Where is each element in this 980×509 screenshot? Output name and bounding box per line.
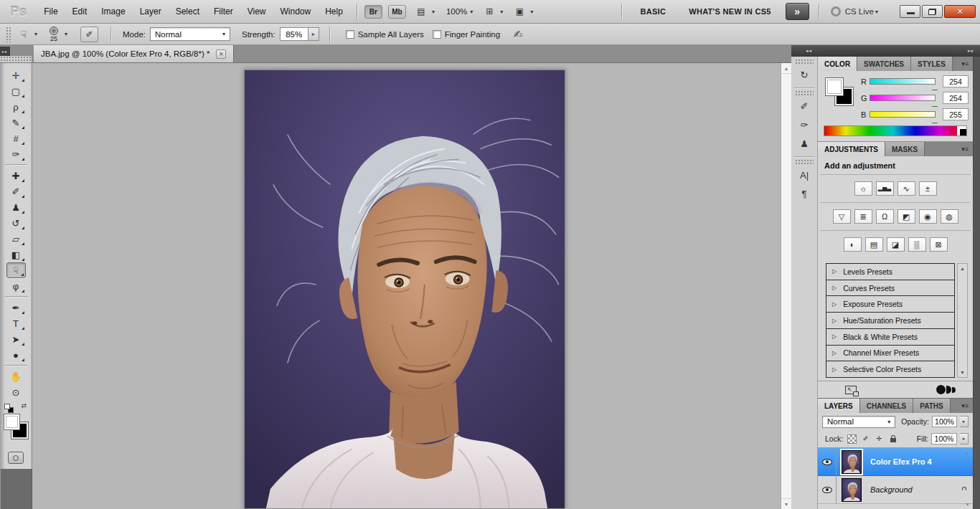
layer-thumbnail[interactable] xyxy=(837,476,865,504)
tab-layers[interactable]: LAYERS xyxy=(818,399,860,413)
foreground-color-swatch[interactable] xyxy=(4,414,20,430)
threshold-icon[interactable]: ◪ xyxy=(887,237,905,252)
expanded-view-icon[interactable] xyxy=(936,385,956,394)
expand-triangle-icon[interactable]: ▷ xyxy=(832,318,837,324)
hue-saturation-presets-item[interactable]: ▷Hue/Saturation Presets xyxy=(826,313,954,329)
expand-triangle-icon[interactable]: ▷ xyxy=(832,268,837,275)
workspace-overflow-button[interactable]: » xyxy=(786,3,809,20)
brush-presets-panel-icon[interactable]: ✑ xyxy=(794,115,814,134)
layer-row-background[interactable]: Background xyxy=(818,476,973,504)
tab-paths[interactable]: PATHS xyxy=(913,399,950,413)
vibrance-icon[interactable]: ▽ xyxy=(833,209,851,224)
posterize-icon[interactable]: ▤ xyxy=(865,237,883,252)
panel-group-grip[interactable] xyxy=(795,59,814,64)
workspace-basic-button[interactable]: BASIC xyxy=(641,7,666,16)
quick-mask-button[interactable] xyxy=(8,452,24,464)
layer-name[interactable]: Color Efex Pro 4 xyxy=(870,457,932,466)
exposure-icon[interactable]: ± xyxy=(919,181,937,196)
lasso-tool[interactable]: ρ xyxy=(6,99,26,115)
menu-window[interactable]: Window xyxy=(273,0,319,24)
mode-select[interactable]: Normal ▾ xyxy=(150,27,230,41)
panel-menu-icon[interactable]: ▾≡ xyxy=(961,57,973,71)
selective-color-icon[interactable]: ⊠ xyxy=(930,237,948,252)
panel-group-grip[interactable] xyxy=(795,159,814,164)
eyedropper-tool[interactable]: ✑ xyxy=(6,146,26,162)
blend-mode-select[interactable]: Normal ▾ xyxy=(822,416,895,428)
tab-channels[interactable]: CHANNELS xyxy=(860,399,914,413)
green-channel-slider[interactable] xyxy=(870,95,936,101)
gradient-map-icon[interactable]: ▒ xyxy=(908,237,926,252)
document-tab[interactable]: JBA.jpg @ 100% (Color Efex Pro 4, RGB/8*… xyxy=(34,45,234,62)
close-icon[interactable]: ✕ xyxy=(216,49,226,59)
levels-presets-item[interactable]: ▷Levels Presets xyxy=(826,264,954,280)
spot-healing-brush-tool[interactable]: ✚ xyxy=(6,168,26,184)
smudge-tool[interactable]: ☟ xyxy=(6,262,26,278)
return-to-list-icon[interactable]: ↖ xyxy=(845,386,857,394)
presets-scrollbar[interactable]: ▲ ▼ xyxy=(957,263,968,378)
collapse-dock-button[interactable]: ▸▸ xyxy=(968,48,974,54)
chevron-down-icon[interactable]: ▾ xyxy=(34,31,37,37)
tools-dock-grip[interactable] xyxy=(0,56,32,62)
launch-bridge-button[interactable]: Br xyxy=(364,5,382,19)
brush-preset-picker[interactable]: 25 xyxy=(44,27,63,42)
zoom-level-value[interactable]: 100% xyxy=(446,7,467,16)
brightness-contrast-icon[interactable]: ☼ xyxy=(854,181,872,196)
move-tool[interactable]: ✛ xyxy=(6,67,26,83)
brush-panel-icon[interactable]: ✐ xyxy=(794,97,814,115)
finger-painting-label[interactable]: Finger Painting xyxy=(445,30,500,39)
slider-thumb[interactable] xyxy=(932,101,938,106)
strength-input[interactable]: 85% xyxy=(280,27,308,41)
default-colors-icon[interactable] xyxy=(4,404,10,409)
foreground-color-swatch[interactable] xyxy=(825,77,844,96)
layers-scrollbar[interactable]: ▲ ▼ xyxy=(963,448,972,509)
path-selection-tool[interactable]: ➤ xyxy=(6,331,26,347)
screen-mode-icon[interactable]: ▣ xyxy=(510,5,529,19)
dodge-tool[interactable]: φ xyxy=(6,278,26,294)
rectangular-marquee-tool[interactable]: ▢ xyxy=(6,83,26,99)
chevron-down-icon[interactable]: ▾ xyxy=(530,9,533,15)
paint-bucket-tool[interactable]: ◧ xyxy=(6,247,26,262)
toggle-brush-panel-button[interactable]: ✐ xyxy=(80,27,98,42)
opacity-value[interactable]: 100% xyxy=(932,416,957,427)
red-channel-value[interactable]: 254 xyxy=(943,75,969,87)
swap-colors-icon[interactable]: ⇄ xyxy=(21,402,27,409)
slider-thumb[interactable] xyxy=(932,85,938,90)
tab-swatches[interactable]: SWATCHES xyxy=(857,57,911,71)
lock-transparent-pixels-icon[interactable] xyxy=(847,434,857,444)
fill-slider-button[interactable]: ▸ xyxy=(960,433,969,444)
launch-mini-bridge-button[interactable]: Mb xyxy=(388,5,406,19)
fill-value[interactable]: 100% xyxy=(931,433,957,444)
expand-panels-button[interactable]: ◂◂ xyxy=(806,48,812,54)
levels-icon[interactable]: ▂▅▃ xyxy=(876,181,894,196)
color-balance-icon[interactable]: Ω xyxy=(876,209,894,224)
expand-triangle-icon[interactable]: ▷ xyxy=(832,301,837,308)
pen-tool[interactable]: ✒ xyxy=(6,300,26,315)
restore-button[interactable] xyxy=(922,5,943,18)
clone-stamp-tool[interactable]: ♟ xyxy=(6,199,26,215)
scroll-down-icon[interactable]: ▼ xyxy=(965,502,970,507)
channel-mixer-presets-item[interactable]: ▷Channel Mixer Presets xyxy=(826,346,954,362)
crop-tool[interactable]: # xyxy=(6,130,26,146)
scroll-up-icon[interactable]: ▲ xyxy=(960,266,965,271)
minimize-button[interactable] xyxy=(900,5,920,18)
arrange-documents-icon[interactable]: ⊞ xyxy=(480,5,499,19)
hand-tool[interactable]: ✋ xyxy=(6,368,26,384)
chevron-down-icon[interactable]: ▾ xyxy=(500,9,503,15)
eraser-tool[interactable]: ▱ xyxy=(6,231,26,247)
character-panel-icon[interactable]: A| xyxy=(794,166,814,184)
history-panel-icon[interactable]: ↻ xyxy=(794,65,814,84)
curves-icon[interactable]: ∿ xyxy=(897,181,915,196)
lock-all-icon[interactable] xyxy=(888,434,897,444)
smudge-tool-preset-icon[interactable]: ☟ xyxy=(14,26,33,43)
document-image[interactable] xyxy=(244,70,565,509)
clone-source-panel-icon[interactable]: ♟ xyxy=(794,134,814,153)
selective-color-presets-item[interactable]: ▷Selective Color Presets xyxy=(826,361,954,377)
slider-thumb[interactable] xyxy=(932,118,938,123)
layer-thumbnail[interactable] xyxy=(837,448,865,476)
collapse-tools-dock-button[interactable]: ▸▸ xyxy=(0,47,10,56)
scroll-down-icon[interactable]: ▼ xyxy=(781,498,791,509)
lock-image-pixels-icon[interactable]: ✐ xyxy=(861,434,870,444)
shape-tool[interactable]: ● xyxy=(6,347,26,363)
history-brush-tool[interactable]: ↺ xyxy=(6,215,26,231)
hue-saturation-icon[interactable]: ≣ xyxy=(854,209,872,224)
